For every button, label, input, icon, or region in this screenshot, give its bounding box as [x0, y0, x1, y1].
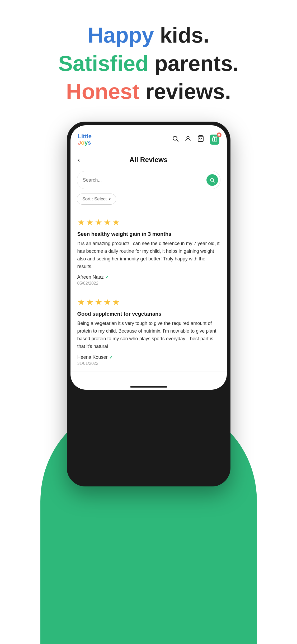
home-bar [130, 386, 167, 388]
star-icon: ★ [112, 297, 120, 307]
page-title: All Reviews [129, 156, 168, 164]
search-container [70, 169, 227, 192]
hero-honest: Honest [66, 79, 139, 103]
star-icon: ★ [103, 297, 111, 307]
logo-little: Little [78, 133, 92, 140]
search-input[interactable] [83, 177, 206, 183]
star-icon: ★ [95, 217, 102, 227]
svg-point-2 [187, 136, 189, 139]
star-icon: ★ [86, 217, 94, 227]
hero-line-3: Honest reviews. [58, 77, 239, 106]
gift-badge: 0 [217, 132, 221, 137]
review-body: Being a vegetarian it's very tough to gi… [77, 320, 220, 350]
phone-wrapper: Little Joys [62, 122, 236, 644]
star-icon: ★ [103, 217, 111, 227]
svg-line-6 [213, 181, 214, 182]
review-body: It is an amazing product! I can see the … [77, 240, 220, 270]
search-bar [77, 171, 220, 189]
cart-icon[interactable] [197, 135, 204, 144]
hero-line-1: Happy kids. [58, 21, 239, 49]
svg-line-1 [176, 140, 178, 141]
page-header: ‹ All Reviews [70, 150, 227, 169]
hero-line-2: Satisfied parents. [58, 49, 239, 78]
star-icon: ★ [86, 297, 94, 307]
review-item: ★★★★★ Seen healthy weight gain in 3 mont… [70, 211, 227, 291]
sort-button[interactable]: Sort : Select ▾ [77, 194, 116, 205]
star-rating: ★★★★★ [77, 217, 220, 227]
star-icon: ★ [95, 297, 102, 307]
app-header: Little Joys [70, 131, 227, 150]
hero-satisfied: Satisfied [58, 51, 149, 75]
page-content: ‹ All Reviews [70, 150, 227, 382]
reviews-list: ★★★★★ Seen healthy weight gain in 3 mont… [70, 209, 227, 374]
header-icons: 0 [172, 135, 219, 145]
sort-container: Sort : Select ▾ [70, 192, 227, 209]
back-button[interactable]: ‹ [78, 156, 80, 164]
status-bar [70, 125, 227, 131]
sort-label: Sort : Select [82, 196, 107, 202]
phone-screen: Little Joys [70, 125, 227, 390]
verified-badge: ✔ [105, 275, 109, 280]
search-icon[interactable] [172, 135, 179, 144]
home-indicator [70, 382, 227, 390]
review-date: 31/01/2022 [77, 361, 220, 366]
reviewer-name: Heena Kouser ✔ [77, 355, 220, 360]
hero-happy: Happy [88, 23, 154, 47]
gift-icon[interactable]: 0 [210, 135, 219, 145]
star-rating: ★★★★★ [77, 297, 220, 307]
hero-section: Happy kids. Satisfied parents. Honest re… [43, 0, 255, 122]
review-title: Good supplement for vegetarians [77, 311, 220, 317]
review-item: ★★★★★ Good supplement for vegetarians Be… [70, 291, 227, 371]
verified-badge: ✔ [109, 355, 113, 360]
review-date: 05/02/2022 [77, 281, 220, 286]
logo: Little Joys [78, 133, 92, 146]
phone-frame: Little Joys [67, 122, 230, 486]
star-icon: ★ [77, 297, 85, 307]
chevron-down-icon: ▾ [109, 197, 111, 201]
star-icon: ★ [77, 217, 85, 227]
review-title: Seen healthy weight gain in 3 months [77, 231, 220, 237]
star-icon: ★ [112, 217, 120, 227]
reviewer-name: Afreen Naaz ✔ [77, 274, 220, 280]
search-button[interactable] [206, 174, 218, 186]
logo-joys: Joys [78, 139, 91, 146]
user-icon[interactable] [185, 135, 191, 144]
